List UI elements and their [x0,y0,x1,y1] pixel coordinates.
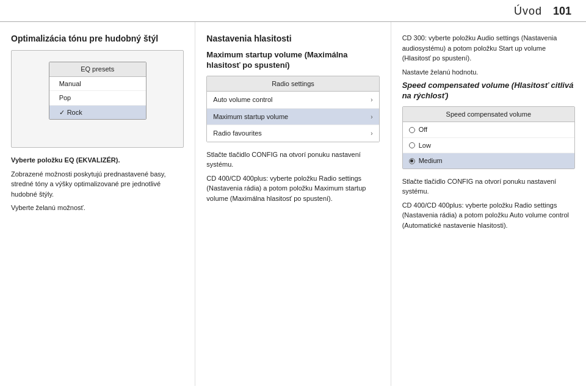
speed-option-off[interactable]: Off [403,122,574,138]
speed-compensated-box: Speed compensated volume Off Low Medium [402,106,575,169]
col2-title: Nastavenia hlasitosti [206,33,379,44]
col2-body2: CD 400/CD 400plus: vyberte položku Radio… [206,173,379,204]
column-3: CD 300: vyberte položku Audio settings (… [391,22,586,386]
arrow-icon-2: › [371,129,372,138]
col1-body3: Vyberte želanú možnosť. [11,203,184,213]
radio-circle-low [409,142,415,148]
radio-circle-off [409,127,415,133]
page-number: 101 [553,5,571,18]
radio-circle-medium [409,158,415,164]
eq-item-rock[interactable]: ✓Rock [49,106,146,120]
col2-body1: Stlačte tlačidlo CONFIG na otvorí ponuku… [206,150,379,170]
speed-option-low[interactable]: Low [403,138,574,154]
col2-subtitle: Maximum startup volume (Maximálna hlasit… [206,50,379,71]
arrow-icon-0: › [371,95,372,104]
column-1: Optimalizácia tónu pre hudobný štýl EQ p… [0,22,195,386]
speed-option-medium[interactable]: Medium [403,153,574,169]
radio-box-title: Radio settings [207,76,378,92]
eq-box-title: EQ presets [49,62,146,77]
col3-body-top1: CD 300: vyberte položku Audio settings (… [402,33,575,64]
radio-item-auto[interactable]: Auto volume control › [207,92,378,109]
col1-title: Optimalizácia tónu pre hudobný štýl [11,33,184,44]
col1-body2: Zobrazené možnosti poskytujú prednastave… [11,169,184,200]
eq-inner-box: EQ presets Manual Pop ✓Rock [49,62,146,120]
eq-item-manual[interactable]: Manual [49,77,146,92]
col3-body2: CD 400/CD 400plus: vyberte položku Radio… [402,200,575,231]
radio-item-startup[interactable]: Maximum startup volume › [207,109,378,126]
radio-settings-box: Radio settings Auto volume control › Max… [206,76,379,142]
col3-body1: Stlačte tlačidlo CONFIG na otvorí ponuku… [402,176,575,197]
main-content: Optimalizácia tónu pre hudobný štýl EQ p… [0,22,586,386]
column-2: Nastavenia hlasitosti Maximum startup vo… [195,22,391,386]
checkmark-icon: ✓ [59,109,65,116]
col3-subtitle: Speed compensated volume (Hlasitosť citl… [402,81,575,101]
eq-item-pop[interactable]: Pop [49,91,146,106]
eq-presets-box: EQ presets Manual Pop ✓Rock [11,50,184,148]
col3-body-top2: Nastavte želanú hodnotu. [402,67,575,78]
speed-box-title: Speed compensated volume [403,107,574,123]
arrow-icon-1: › [371,112,372,122]
page-header: Úvod 101 [0,0,586,22]
chapter-title: Úvod [514,5,542,18]
col1-body1: Vyberte položku EQ (EKVALIZÉR). [11,155,184,165]
radio-item-favourites[interactable]: Radio favourites › [207,125,378,142]
